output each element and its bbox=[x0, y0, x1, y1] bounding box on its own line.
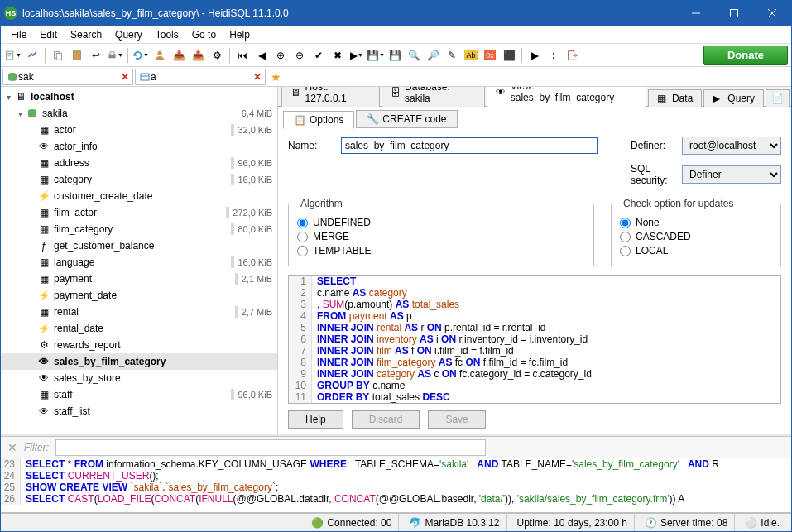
sql-editor[interactable]: 1SELECT2c.name AS category3, SUM(p.amoun… bbox=[288, 275, 781, 404]
discard-button[interactable]: Discard bbox=[352, 410, 420, 429]
tree-item-category[interactable]: ▦category16,0 KiB bbox=[1, 171, 277, 188]
tree-item-rewards_report[interactable]: ⚙rewards_report bbox=[1, 337, 277, 353]
tree-item-actor[interactable]: ▦actor32,0 KiB bbox=[1, 122, 277, 138]
menu-tools[interactable]: Tools bbox=[149, 27, 185, 42]
tree-item-payment_date[interactable]: ⚡payment_date bbox=[1, 287, 277, 304]
toolbar-settings[interactable]: ⚙ bbox=[208, 46, 226, 65]
toolbar-users[interactable] bbox=[151, 46, 169, 65]
toolbar-cancel[interactable]: ✖ bbox=[329, 46, 347, 65]
close-icon[interactable]: ✕ bbox=[253, 71, 262, 83]
check-cascaded[interactable]: CASCADED bbox=[620, 231, 772, 242]
filter-bar: ✕ Filter: bbox=[1, 437, 791, 458]
tab-query[interactable]: ▶Query bbox=[703, 89, 764, 107]
menu-file[interactable]: File bbox=[4, 27, 33, 42]
tree-item-sales_by_store[interactable]: 👁sales_by_store bbox=[1, 370, 277, 386]
check-none[interactable]: None bbox=[620, 217, 772, 228]
filter-input-1[interactable] bbox=[151, 71, 233, 83]
toolbar-replace[interactable]: 🔎 bbox=[424, 46, 442, 65]
tab-new-query[interactable]: 📄 bbox=[766, 89, 790, 107]
toolbar-import[interactable]: 📥 bbox=[170, 46, 188, 65]
algorithm-group: Algorithm UNDEFINED MERGE TEMPTABLE bbox=[288, 198, 594, 266]
tree-item-rental[interactable]: ▦rental2,7 MiB bbox=[1, 304, 277, 320]
toolbar-exit[interactable] bbox=[564, 46, 582, 65]
toolbar-add-row[interactable]: ⊕ bbox=[271, 46, 290, 65]
toolbar-delete-row[interactable]: ⊖ bbox=[290, 46, 309, 65]
donate-button[interactable]: Donate bbox=[703, 46, 788, 65]
menu-edit[interactable]: Edit bbox=[33, 27, 64, 42]
filter-tab-0[interactable]: ✕ bbox=[2, 69, 133, 85]
algo-undefined[interactable]: UNDEFINED bbox=[297, 217, 585, 228]
tree-item-payment[interactable]: ▦payment2,1 MiB bbox=[1, 271, 277, 287]
toolbar-save[interactable]: 💾 bbox=[386, 46, 404, 65]
filter-input-0[interactable] bbox=[18, 71, 101, 83]
toolbar-semicolon[interactable]: ; bbox=[545, 46, 563, 65]
sql-security-select[interactable]: Definer bbox=[682, 165, 781, 184]
toolbar-hex[interactable]: 0x bbox=[481, 46, 499, 65]
toolbar-paste[interactable] bbox=[68, 46, 86, 65]
filter-input[interactable] bbox=[55, 439, 486, 456]
subtab-create-code[interactable]: 🔧CREATE code bbox=[356, 110, 457, 128]
help-button[interactable]: Help bbox=[288, 410, 343, 429]
toolbar-format[interactable]: ✎ bbox=[443, 46, 461, 65]
tree-item-get_customer_balance[interactable]: ƒget_customer_balance bbox=[1, 237, 277, 254]
sql-security-label: SQL security: bbox=[631, 163, 677, 186]
tab-host[interactable]: 🖥Host: 127.0.0.1 bbox=[281, 87, 380, 107]
clear-filter-icon[interactable]: ✕ bbox=[7, 441, 17, 454]
subtab-options[interactable]: 📋Options bbox=[283, 111, 354, 129]
check-local[interactable]: LOCAL bbox=[620, 245, 772, 256]
menu-search[interactable]: Search bbox=[64, 27, 108, 42]
toolbar-commit[interactable]: ✔ bbox=[310, 46, 328, 65]
toolbar-vars[interactable]: Ab bbox=[462, 46, 480, 65]
query-log[interactable]: 23SELECT * FROM information_schema.KEY_C… bbox=[1, 458, 791, 513]
toolbar-export[interactable]: 📤 bbox=[189, 46, 207, 65]
check-option-group: Check option for updates None CASCADED L… bbox=[611, 198, 781, 266]
tree-item-language[interactable]: ▦language16,0 KiB bbox=[1, 254, 277, 271]
minimize-button[interactable] bbox=[677, 1, 715, 26]
data-icon: ▦ bbox=[657, 93, 669, 104]
toolbar-undo[interactable]: ↩ bbox=[87, 46, 105, 65]
toolbar-script-open[interactable]: ▼ bbox=[4, 46, 22, 65]
close-button[interactable] bbox=[753, 1, 791, 26]
algo-temptable[interactable]: TEMPTABLE bbox=[297, 245, 585, 256]
toolbar-refresh[interactable]: ▼ bbox=[132, 46, 150, 65]
filter-tab-1[interactable]: ✕ bbox=[135, 69, 266, 85]
server-icon: 🐬 bbox=[409, 517, 421, 529]
tree-item-staff_list[interactable]: 👁staff_list bbox=[1, 403, 277, 419]
tree-item-staff[interactable]: ▦staff96,0 KiB bbox=[1, 386, 277, 403]
toolbar-play2[interactable]: ▶ bbox=[526, 46, 544, 65]
name-input[interactable] bbox=[341, 137, 598, 154]
tab-database[interactable]: 🗄Database: sakila bbox=[382, 87, 486, 107]
tab-view[interactable]: 👁View: sales_by_film_category bbox=[487, 87, 646, 107]
tree-host[interactable]: ▾ 🖥 localhost bbox=[1, 89, 277, 105]
toolbar-stop[interactable]: ⬛ bbox=[500, 46, 518, 65]
toolbar-connect[interactable] bbox=[23, 46, 41, 65]
toolbar-export-sql[interactable]: 💾▼ bbox=[367, 46, 385, 65]
tree-item-address[interactable]: ▦address96,0 KiB bbox=[1, 155, 277, 171]
table-icon: ▦ bbox=[37, 123, 50, 137]
tree-database[interactable]: ▾ sakila 6,4 MiB bbox=[1, 105, 277, 122]
tree-item-film_actor[interactable]: ▦film_actor272,0 KiB bbox=[1, 204, 277, 221]
tree-item-sales_by_film_category[interactable]: 👁sales_by_film_category bbox=[1, 353, 277, 370]
toolbar-run[interactable]: ▶▼ bbox=[348, 46, 366, 65]
toolbar-find[interactable]: 🔍 bbox=[405, 46, 423, 65]
menu-go-to[interactable]: Go to bbox=[185, 27, 223, 42]
save-button[interactable]: Save bbox=[428, 410, 485, 429]
menu-query[interactable]: Query bbox=[108, 27, 149, 42]
toolbar-copy[interactable] bbox=[49, 46, 67, 65]
tree-item-actor_info[interactable]: 👁actor_info bbox=[1, 138, 277, 155]
object-tree[interactable]: ▾ 🖥 localhost ▾ sakila 6,4 MiB ▦actor32,… bbox=[1, 87, 278, 434]
tree-item-customer_create_date[interactable]: ⚡customer_create_date bbox=[1, 188, 277, 204]
toolbar-print[interactable]: ▼ bbox=[106, 46, 124, 65]
tree-item-rental_date[interactable]: ⚡rental_date bbox=[1, 320, 277, 337]
toolbar-nav-prev[interactable]: ◀ bbox=[252, 46, 271, 65]
table-icon: ▦ bbox=[37, 388, 50, 401]
menu-help[interactable]: Help bbox=[223, 27, 257, 42]
algo-merge[interactable]: MERGE bbox=[297, 231, 585, 242]
maximize-button[interactable] bbox=[715, 1, 753, 26]
toolbar-nav-first[interactable]: ⏮ bbox=[233, 46, 252, 65]
tree-item-film_category[interactable]: ▦film_category80,0 KiB bbox=[1, 221, 277, 237]
close-icon[interactable]: ✕ bbox=[121, 71, 129, 83]
definer-select[interactable]: root@localhost bbox=[682, 137, 781, 155]
favorite-icon[interactable]: ★ bbox=[271, 70, 281, 84]
tab-data[interactable]: ▦Data bbox=[648, 89, 702, 107]
